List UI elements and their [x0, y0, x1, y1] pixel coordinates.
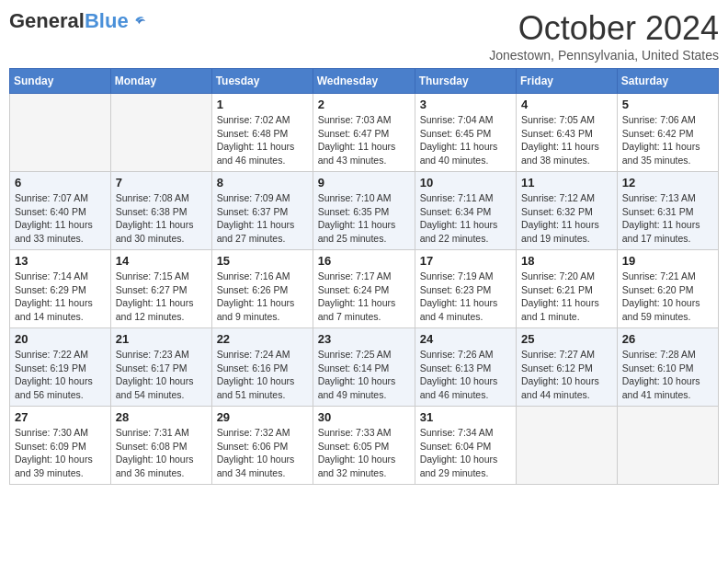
day-info: Sunrise: 7:28 AMSunset: 6:10 PMDaylight:… [622, 348, 713, 402]
column-header-monday: Monday [110, 69, 211, 94]
day-number: 6 [15, 176, 106, 190]
day-info: Sunrise: 7:10 AMSunset: 6:35 PMDaylight:… [318, 191, 410, 246]
day-number: 9 [318, 176, 410, 190]
calendar-cell: 24Sunrise: 7:26 AMSunset: 6:13 PMDayligh… [415, 328, 516, 407]
calendar-week-row: 13Sunrise: 7:14 AMSunset: 6:29 PMDayligh… [10, 250, 719, 328]
day-info: Sunrise: 7:22 AMSunset: 6:19 PMDaylight:… [15, 348, 106, 402]
day-number: 8 [217, 176, 308, 190]
calendar-week-row: 27Sunrise: 7:30 AMSunset: 6:09 PMDayligh… [10, 407, 719, 485]
day-info: Sunrise: 7:07 AMSunset: 6:40 PMDaylight:… [15, 191, 106, 246]
day-number: 3 [420, 98, 511, 111]
day-info: Sunrise: 7:33 AMSunset: 6:05 PMDaylight:… [318, 426, 410, 480]
logo-blue-text: Blue [85, 9, 129, 33]
calendar-cell: 25Sunrise: 7:27 AMSunset: 6:12 PMDayligh… [517, 328, 618, 407]
calendar-cell: 8Sunrise: 7:09 AMSunset: 6:37 PMDaylight… [211, 172, 313, 250]
calendar-cell: 31Sunrise: 7:34 AMSunset: 6:04 PMDayligh… [415, 407, 516, 485]
day-number: 11 [521, 176, 612, 190]
day-info: Sunrise: 7:05 AMSunset: 6:43 PMDaylight:… [521, 113, 612, 167]
day-number: 13 [15, 254, 106, 268]
calendar-cell [10, 94, 111, 172]
day-info: Sunrise: 7:31 AMSunset: 6:08 PMDaylight:… [116, 426, 207, 480]
calendar-cell: 13Sunrise: 7:14 AMSunset: 6:29 PMDayligh… [10, 250, 111, 328]
day-number: 5 [622, 98, 713, 111]
day-info: Sunrise: 7:24 AMSunset: 6:16 PMDaylight:… [217, 348, 308, 402]
day-info: Sunrise: 7:27 AMSunset: 6:12 PMDaylight:… [521, 348, 612, 402]
day-info: Sunrise: 7:03 AMSunset: 6:47 PMDaylight:… [318, 113, 410, 167]
day-number: 31 [420, 410, 511, 424]
calendar-cell: 19Sunrise: 7:21 AMSunset: 6:20 PMDayligh… [617, 250, 718, 328]
calendar-cell: 23Sunrise: 7:25 AMSunset: 6:14 PMDayligh… [313, 328, 415, 407]
day-number: 17 [420, 254, 511, 268]
day-info: Sunrise: 7:19 AMSunset: 6:23 PMDaylight:… [420, 270, 511, 324]
calendar-cell: 18Sunrise: 7:20 AMSunset: 6:21 PMDayligh… [517, 250, 618, 328]
calendar-cell: 16Sunrise: 7:17 AMSunset: 6:24 PMDayligh… [313, 250, 415, 328]
logo-bird-icon [131, 12, 149, 30]
day-number: 1 [217, 98, 308, 111]
day-number: 12 [622, 176, 713, 190]
day-info: Sunrise: 7:11 AMSunset: 6:34 PMDaylight:… [420, 191, 511, 246]
day-info: Sunrise: 7:21 AMSunset: 6:20 PMDaylight:… [622, 270, 713, 324]
day-number: 25 [521, 332, 612, 346]
calendar-cell: 3Sunrise: 7:04 AMSunset: 6:45 PMDaylight… [415, 94, 516, 172]
calendar-cell: 2Sunrise: 7:03 AMSunset: 6:47 PMDaylight… [313, 94, 415, 172]
day-number: 15 [217, 254, 308, 268]
calendar-cell [110, 94, 211, 172]
day-info: Sunrise: 7:15 AMSunset: 6:27 PMDaylight:… [116, 270, 207, 324]
calendar-cell: 9Sunrise: 7:10 AMSunset: 6:35 PMDaylight… [313, 172, 415, 250]
calendar-cell: 26Sunrise: 7:28 AMSunset: 6:10 PMDayligh… [617, 328, 718, 407]
day-info: Sunrise: 7:04 AMSunset: 6:45 PMDaylight:… [420, 113, 511, 167]
day-number: 14 [116, 254, 207, 268]
day-number: 23 [318, 332, 410, 346]
day-info: Sunrise: 7:06 AMSunset: 6:42 PMDaylight:… [622, 113, 713, 167]
day-number: 21 [116, 332, 207, 346]
day-number: 27 [15, 410, 106, 424]
calendar-cell: 28Sunrise: 7:31 AMSunset: 6:08 PMDayligh… [110, 407, 211, 485]
day-number: 18 [521, 254, 612, 268]
day-info: Sunrise: 7:09 AMSunset: 6:37 PMDaylight:… [217, 191, 308, 246]
day-info: Sunrise: 7:08 AMSunset: 6:38 PMDaylight:… [116, 191, 207, 246]
day-info: Sunrise: 7:32 AMSunset: 6:06 PMDaylight:… [217, 426, 308, 480]
calendar-cell: 11Sunrise: 7:12 AMSunset: 6:32 PMDayligh… [517, 172, 618, 250]
calendar-cell: 14Sunrise: 7:15 AMSunset: 6:27 PMDayligh… [110, 250, 211, 328]
day-number: 22 [217, 332, 308, 346]
day-number: 2 [318, 98, 410, 111]
calendar-header-row: SundayMondayTuesdayWednesdayThursdayFrid… [10, 69, 719, 94]
calendar-cell: 5Sunrise: 7:06 AMSunset: 6:42 PMDaylight… [617, 94, 718, 172]
day-number: 4 [521, 98, 612, 111]
calendar-cell: 17Sunrise: 7:19 AMSunset: 6:23 PMDayligh… [415, 250, 516, 328]
logo: GeneralBlue [9, 9, 149, 33]
day-number: 19 [622, 254, 713, 268]
day-number: 30 [318, 410, 410, 424]
calendar-cell: 7Sunrise: 7:08 AMSunset: 6:38 PMDaylight… [110, 172, 211, 250]
calendar-cell: 20Sunrise: 7:22 AMSunset: 6:19 PMDayligh… [10, 328, 111, 407]
calendar-table: SundayMondayTuesdayWednesdayThursdayFrid… [9, 68, 719, 485]
calendar-week-row: 6Sunrise: 7:07 AMSunset: 6:40 PMDaylight… [10, 172, 719, 250]
calendar-cell: 30Sunrise: 7:33 AMSunset: 6:05 PMDayligh… [313, 407, 415, 485]
column-header-saturday: Saturday [617, 69, 718, 94]
day-info: Sunrise: 7:20 AMSunset: 6:21 PMDaylight:… [521, 270, 612, 324]
calendar-cell: 21Sunrise: 7:23 AMSunset: 6:17 PMDayligh… [110, 328, 211, 407]
day-info: Sunrise: 7:26 AMSunset: 6:13 PMDaylight:… [420, 348, 511, 402]
calendar-cell: 15Sunrise: 7:16 AMSunset: 6:26 PMDayligh… [211, 250, 313, 328]
day-info: Sunrise: 7:13 AMSunset: 6:31 PMDaylight:… [622, 191, 713, 246]
calendar-cell: 6Sunrise: 7:07 AMSunset: 6:40 PMDaylight… [10, 172, 111, 250]
day-info: Sunrise: 7:16 AMSunset: 6:26 PMDaylight:… [217, 270, 308, 324]
day-number: 7 [116, 176, 207, 190]
column-header-sunday: Sunday [10, 69, 111, 94]
calendar-cell [517, 407, 618, 485]
day-number: 20 [15, 332, 106, 346]
month-title: October 2024 [489, 9, 719, 48]
day-info: Sunrise: 7:34 AMSunset: 6:04 PMDaylight:… [420, 426, 511, 480]
day-info: Sunrise: 7:02 AMSunset: 6:48 PMDaylight:… [217, 113, 308, 167]
calendar-week-row: 1Sunrise: 7:02 AMSunset: 6:48 PMDaylight… [10, 94, 719, 172]
calendar-cell [617, 407, 718, 485]
column-header-tuesday: Tuesday [211, 69, 313, 94]
day-info: Sunrise: 7:30 AMSunset: 6:09 PMDaylight:… [15, 426, 106, 480]
day-number: 16 [318, 254, 410, 268]
day-info: Sunrise: 7:25 AMSunset: 6:14 PMDaylight:… [318, 348, 410, 402]
day-number: 28 [116, 410, 207, 424]
day-info: Sunrise: 7:12 AMSunset: 6:32 PMDaylight:… [521, 191, 612, 246]
day-number: 10 [420, 176, 511, 190]
day-info: Sunrise: 7:17 AMSunset: 6:24 PMDaylight:… [318, 270, 410, 324]
logo-general-text: General [9, 9, 85, 33]
